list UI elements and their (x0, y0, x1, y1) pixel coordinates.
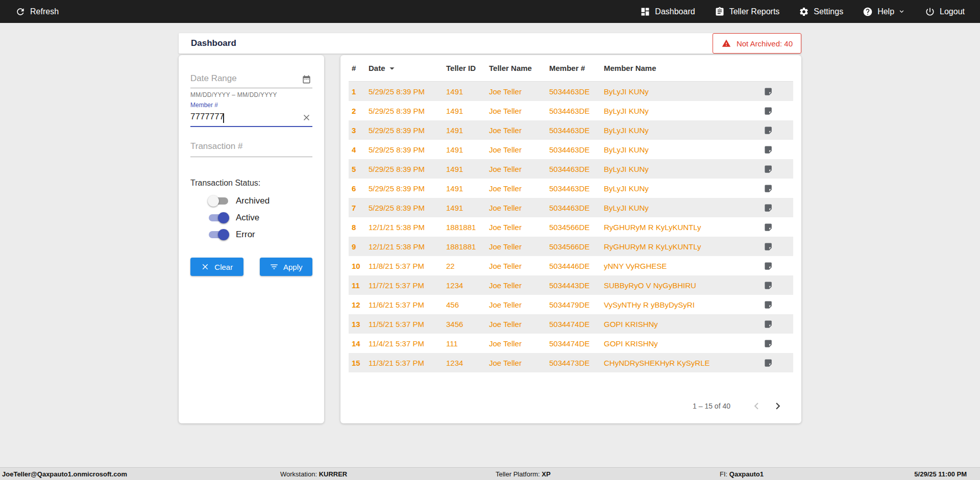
note-icon[interactable] (764, 319, 773, 329)
table-row[interactable]: 9 12/1/21 5:38 PM 1881881 Joe Teller 503… (349, 237, 793, 256)
table-row[interactable]: 5 5/29/25 8:39 PM 1491 Joe Teller 503446… (349, 159, 793, 179)
cell-member-name: ByLyJI KUNy (604, 165, 763, 173)
not-archived-label: Not Archived: 40 (737, 39, 793, 48)
cell-member-number: 5034473DE (549, 359, 604, 367)
nav-settings[interactable]: Settings (799, 7, 843, 17)
note-icon[interactable] (764, 242, 773, 251)
table-row[interactable]: 8 12/1/21 5:38 PM 1881881 Joe Teller 503… (349, 217, 793, 237)
cell-teller-id: 1234 (446, 359, 489, 367)
note-icon[interactable] (764, 203, 773, 213)
previous-page-button[interactable] (750, 399, 763, 413)
cell-date: 5/29/25 8:39 PM (369, 165, 446, 173)
sort-desc-icon (386, 63, 398, 74)
column-header-date[interactable]: Date (369, 63, 446, 74)
cell-teller-name: Joe Teller (489, 107, 549, 115)
cell-member-number: 5034474DE (549, 339, 604, 348)
table-row[interactable]: 10 11/8/21 5:37 PM 22 Joe Teller 5034446… (349, 256, 793, 275)
cell-row-number: 12 (352, 300, 369, 309)
clear-button-label: Clear (214, 263, 233, 271)
cell-row-number: 13 (352, 320, 369, 329)
toggle-switch[interactable] (208, 212, 229, 224)
cell-member-number: 5034463DE (549, 87, 604, 96)
note-icon[interactable] (764, 164, 773, 174)
cell-date: 5/29/25 8:39 PM (369, 204, 446, 212)
note-icon[interactable] (764, 300, 773, 310)
cell-teller-id: 111 (446, 339, 489, 348)
cell-date: 5/29/25 8:39 PM (369, 107, 446, 115)
note-icon[interactable] (764, 184, 773, 193)
toggle-thumb (218, 212, 229, 223)
apply-button-label: Apply (283, 263, 303, 271)
table-row[interactable]: 2 5/29/25 8:39 PM 1491 Joe Teller 503446… (349, 101, 793, 120)
cell-member-number: 5034463DE (549, 204, 604, 212)
transaction-number-field (190, 137, 312, 157)
cell-row-number: 6 (352, 184, 369, 193)
note-icon[interactable] (764, 145, 773, 155)
note-icon[interactable] (764, 106, 773, 116)
toggle-thumb (218, 229, 229, 240)
toggle-switch[interactable] (208, 195, 229, 207)
cell-member-number: 5034566DE (549, 223, 604, 232)
note-icon[interactable] (764, 125, 773, 135)
table-row[interactable]: 7 5/29/25 8:39 PM 1491 Joe Teller 503446… (349, 198, 793, 217)
cell-member-number: 5034463DE (549, 145, 604, 154)
cell-member-name: SUBByRyO V NyGyBHIRU (604, 281, 763, 290)
toggle-label: Active (236, 213, 259, 223)
fi-value: Qaxpauto1 (729, 470, 764, 478)
status-toggle[interactable]: Active (208, 212, 312, 224)
cell-row-number: 4 (352, 145, 369, 154)
top-navbar: Refresh Dashboard Teller Reports Setting… (0, 0, 980, 23)
table-row[interactable]: 14 11/4/21 5:37 PM 111 Joe Teller 503447… (349, 334, 793, 353)
cell-date: 11/7/21 5:37 PM (369, 281, 446, 290)
column-header-teller-id: Teller ID (446, 64, 489, 72)
dashboard-grid-icon (640, 7, 650, 17)
date-format-hint: MM/DD/YYYY – MM/DD/YYYY (190, 91, 312, 98)
note-icon[interactable] (764, 222, 773, 232)
nav-logout[interactable]: Logout (925, 7, 965, 17)
cell-date: 12/1/21 5:38 PM (369, 242, 446, 251)
nav-help[interactable]: Help (863, 7, 905, 17)
platform-label: Teller Platform: (496, 470, 540, 478)
cell-member-name: ByLyJI KUNy (604, 126, 763, 135)
note-icon[interactable] (764, 358, 773, 368)
cell-teller-id: 1491 (446, 184, 489, 193)
note-icon[interactable] (764, 261, 773, 271)
table-row[interactable]: 15 11/3/21 5:37 PM 1234 Joe Teller 50344… (349, 353, 793, 372)
chevron-down-icon (898, 8, 905, 15)
toggle-switch[interactable] (208, 229, 229, 241)
not-archived-badge[interactable]: Not Archived: 40 (713, 33, 801, 54)
nav-teller-reports[interactable]: Teller Reports (715, 7, 780, 17)
note-icon[interactable] (764, 339, 773, 348)
table-row[interactable]: 4 5/29/25 8:39 PM 1491 Joe Teller 503446… (349, 140, 793, 159)
clear-member-icon[interactable] (302, 113, 311, 122)
note-icon[interactable] (764, 87, 773, 96)
table-row[interactable]: 11 11/7/21 5:37 PM 1234 Joe Teller 50344… (349, 275, 793, 295)
note-icon[interactable] (764, 281, 773, 290)
refresh-button[interactable]: Refresh (15, 7, 59, 17)
status-toggle[interactable]: Error (208, 229, 312, 241)
cell-row-number: 5 (352, 165, 369, 173)
calendar-icon[interactable] (302, 74, 311, 84)
nav-dashboard[interactable]: Dashboard (640, 7, 695, 17)
apply-button[interactable]: Apply (260, 258, 313, 276)
table-row[interactable]: 1 5/29/25 8:39 PM 1491 Joe Teller 503446… (349, 82, 793, 101)
clear-button[interactable]: Clear (190, 258, 243, 276)
cell-teller-id: 1491 (446, 107, 489, 115)
cell-teller-name: Joe Teller (489, 242, 549, 251)
table-row[interactable]: 12 11/6/21 5:37 PM 456 Joe Teller 503447… (349, 295, 793, 314)
cell-member-number: 5034446DE (549, 262, 604, 270)
status-toggle[interactable]: Archived (208, 195, 312, 207)
member-number-input[interactable] (190, 112, 312, 122)
cell-teller-id: 22 (446, 262, 489, 270)
table-row[interactable]: 13 11/5/21 5:37 PM 3456 Joe Teller 50344… (349, 314, 793, 334)
next-page-button[interactable] (771, 399, 785, 413)
transaction-number-input[interactable] (190, 141, 312, 151)
cell-row-number: 8 (352, 223, 369, 232)
cell-member-name: CHyNDRySHEKHyR KySyRLE (604, 359, 763, 367)
date-range-input[interactable] (190, 73, 312, 84)
cell-member-number: 5034566DE (549, 242, 604, 251)
cell-teller-id: 1491 (446, 204, 489, 212)
cell-teller-id: 1234 (446, 281, 489, 290)
table-row[interactable]: 3 5/29/25 8:39 PM 1491 Joe Teller 503446… (349, 120, 793, 140)
table-row[interactable]: 6 5/29/25 8:39 PM 1491 Joe Teller 503446… (349, 179, 793, 198)
